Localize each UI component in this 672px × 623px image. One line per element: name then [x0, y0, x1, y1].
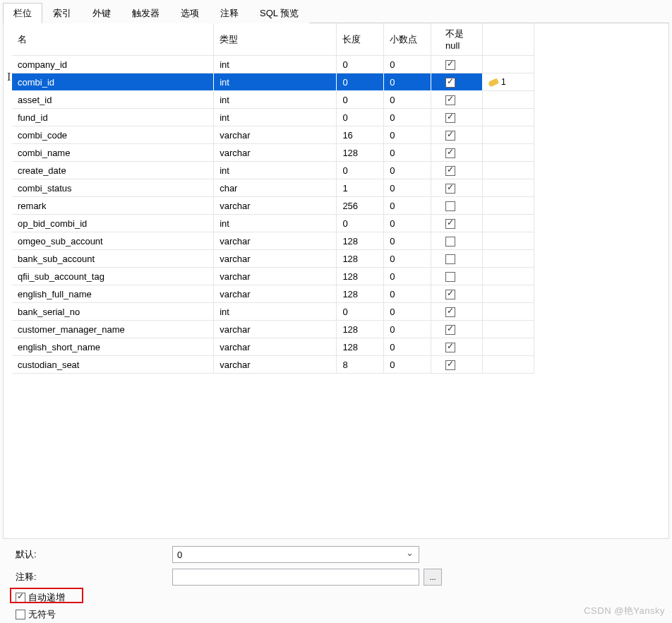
- cell-name[interactable]: english_full_name: [12, 285, 214, 303]
- table-row[interactable]: custodian_seatvarchar80: [12, 356, 534, 374]
- cell-notnull[interactable]: [431, 179, 483, 197]
- cell-key[interactable]: [483, 232, 534, 250]
- cell-length[interactable]: 0: [337, 303, 384, 321]
- cell-type[interactable]: varchar: [214, 197, 337, 215]
- cell-length[interactable]: 0: [337, 109, 384, 126]
- notnull-checkbox[interactable]: [445, 290, 455, 299]
- cell-name[interactable]: op_bid_combi_id: [12, 215, 214, 232]
- cell-notnull[interactable]: [431, 356, 483, 374]
- cell-length[interactable]: 128: [337, 338, 384, 356]
- cell-decimals[interactable]: 0: [384, 268, 431, 285]
- cell-length[interactable]: 0: [337, 73, 384, 91]
- cell-length[interactable]: 0: [337, 215, 384, 232]
- cell-decimals[interactable]: 0: [384, 338, 431, 356]
- cell-name[interactable]: omgeo_sub_account: [12, 232, 214, 250]
- cell-type[interactable]: varchar: [214, 268, 337, 285]
- header-type[interactable]: 类型: [214, 23, 337, 56]
- cell-type[interactable]: varchar: [214, 285, 337, 303]
- auto-increment-checkbox[interactable]: [16, 593, 25, 603]
- cell-name[interactable]: combi_code: [12, 126, 214, 144]
- cell-type[interactable]: int: [214, 303, 337, 321]
- header-name[interactable]: 名: [12, 23, 214, 56]
- header-decimals[interactable]: 小数点: [384, 23, 431, 56]
- cell-key[interactable]: [483, 321, 534, 338]
- tab-4[interactable]: 选项: [170, 3, 210, 23]
- cell-name[interactable]: bank_sub_account: [12, 250, 214, 268]
- cell-type[interactable]: int: [214, 215, 337, 232]
- cell-notnull[interactable]: [431, 215, 483, 232]
- cell-key[interactable]: [483, 250, 534, 268]
- cell-length[interactable]: 128: [337, 232, 384, 250]
- cell-decimals[interactable]: 0: [384, 144, 431, 162]
- notnull-checkbox[interactable]: [445, 307, 455, 317]
- cell-name[interactable]: create_date: [12, 162, 214, 179]
- notnull-checkbox[interactable]: [445, 201, 455, 211]
- cell-notnull[interactable]: [431, 56, 483, 73]
- unsigned-checkbox[interactable]: [16, 610, 25, 619]
- cell-key[interactable]: [483, 268, 534, 285]
- cell-key[interactable]: [483, 91, 534, 109]
- cell-type[interactable]: varchar: [214, 232, 337, 250]
- notnull-checkbox[interactable]: [445, 325, 455, 335]
- cell-notnull[interactable]: [431, 126, 483, 144]
- tab-1[interactable]: 索引: [42, 3, 82, 23]
- table-row[interactable]: omgeo_sub_accountvarchar1280: [12, 232, 534, 250]
- cell-type[interactable]: varchar: [214, 356, 337, 374]
- cell-length[interactable]: 0: [337, 162, 384, 179]
- table-row[interactable]: op_bid_combi_idint00: [12, 215, 534, 232]
- cell-notnull[interactable]: [431, 303, 483, 321]
- cell-length[interactable]: 1: [337, 179, 384, 197]
- notnull-checkbox[interactable]: [445, 272, 455, 282]
- table-row[interactable]: english_full_namevarchar1280: [12, 285, 534, 303]
- cell-key[interactable]: [483, 109, 534, 126]
- cell-key[interactable]: [483, 303, 534, 321]
- cell-decimals[interactable]: 0: [384, 109, 431, 126]
- cell-notnull[interactable]: [431, 197, 483, 215]
- table-row[interactable]: english_short_namevarchar1280: [12, 338, 534, 356]
- cell-notnull[interactable]: [431, 338, 483, 356]
- notnull-checkbox[interactable]: [445, 166, 455, 176]
- cell-decimals[interactable]: 0: [384, 179, 431, 197]
- cell-type[interactable]: int: [214, 73, 337, 91]
- cell-notnull[interactable]: [431, 91, 483, 109]
- header-notnull[interactable]: 不是 null: [431, 23, 483, 56]
- cell-name[interactable]: customer_manager_name: [12, 321, 214, 338]
- cell-name[interactable]: company_id: [12, 56, 214, 73]
- cell-notnull[interactable]: [431, 285, 483, 303]
- cell-length[interactable]: 16: [337, 126, 384, 144]
- cell-decimals[interactable]: 0: [384, 232, 431, 250]
- cell-name[interactable]: bank_serial_no: [12, 303, 214, 321]
- cell-key[interactable]: [483, 338, 534, 356]
- cell-key[interactable]: [483, 126, 534, 144]
- cell-decimals[interactable]: 0: [384, 73, 431, 91]
- cell-decimals[interactable]: 0: [384, 197, 431, 215]
- cell-length[interactable]: 128: [337, 268, 384, 285]
- table-row[interactable]: fund_idint00: [12, 109, 534, 126]
- header-key[interactable]: [483, 23, 534, 56]
- cell-length[interactable]: 128: [337, 321, 384, 338]
- cell-key[interactable]: [483, 179, 534, 197]
- cell-length[interactable]: 256: [337, 197, 384, 215]
- cell-type[interactable]: char: [214, 179, 337, 197]
- cell-type[interactable]: int: [214, 91, 337, 109]
- table-row[interactable]: combi_idint001: [12, 73, 534, 91]
- table-row[interactable]: combi_statuschar10: [12, 179, 534, 197]
- table-row[interactable]: remarkvarchar2560: [12, 197, 534, 215]
- cell-key[interactable]: [483, 197, 534, 215]
- cell-notnull[interactable]: [431, 162, 483, 179]
- table-row[interactable]: create_dateint00: [12, 162, 534, 179]
- table-row[interactable]: bank_serial_noint00: [12, 303, 534, 321]
- cell-name[interactable]: combi_id: [12, 73, 214, 91]
- notnull-checkbox[interactable]: [445, 95, 455, 105]
- tab-2[interactable]: 外键: [82, 3, 121, 23]
- cell-key[interactable]: [483, 215, 534, 232]
- cell-type[interactable]: varchar: [214, 126, 337, 144]
- cell-name[interactable]: asset_id: [12, 91, 214, 109]
- cell-decimals[interactable]: 0: [384, 126, 431, 144]
- cell-notnull[interactable]: [431, 109, 483, 126]
- cell-decimals[interactable]: 0: [384, 321, 431, 338]
- cell-length[interactable]: 8: [337, 356, 384, 374]
- cell-decimals[interactable]: 0: [384, 250, 431, 268]
- cell-type[interactable]: varchar: [214, 321, 337, 338]
- default-value-select[interactable]: [172, 546, 419, 563]
